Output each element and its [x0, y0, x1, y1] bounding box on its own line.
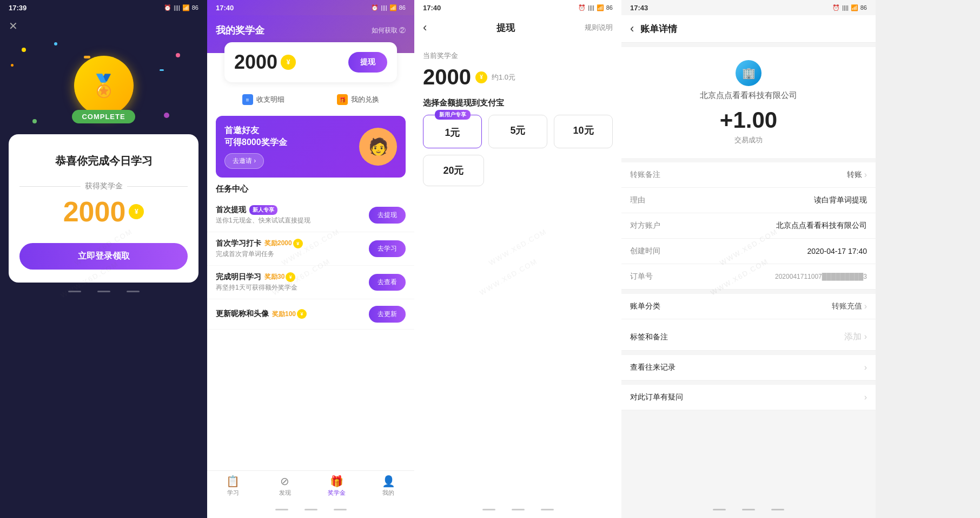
tab-exchange[interactable]: 🎁 我的兑换: [311, 90, 406, 109]
history-label: 查看往来记录: [630, 363, 676, 372]
scholarship-title: 我的奖学金: [216, 24, 264, 37]
bottom-menu-btn2: [275, 509, 288, 510]
confetti-dot: [164, 113, 169, 118]
rules-link[interactable]: 规则说明: [585, 23, 613, 32]
exchange-icon: 🎁: [337, 94, 348, 105]
tab-income[interactable]: ≡ 收支明细: [216, 90, 311, 109]
back-button[interactable]: ‹: [423, 21, 427, 35]
task0-btn[interactable]: 去提现: [369, 207, 406, 224]
section-billing-category[interactable]: 账单分类 转账充值 ›: [621, 294, 876, 319]
detail-value-4: 2020041711007█████████3: [775, 273, 867, 280]
bottom-back-btn3: [541, 509, 554, 510]
confetti-dot: [54, 42, 57, 45]
detail-row-2: 对方账户 北京点点看看科技有限公司: [621, 213, 876, 239]
phone4-container: 17:43 ⏰ |||| 📶 86 ‹ 账单详情 🏢 北京点点看看科技有限公司 …: [621, 0, 876, 518]
detail-list: 转账备注 转账 › 理由 读白背单词提现 对方账户 北京点点看看科技有限公司 创…: [621, 162, 876, 290]
nav-discover-label: 发现: [279, 489, 291, 497]
task2-name: 完成明日学习: [216, 272, 261, 282]
nav-discover-icon: ⊘: [280, 475, 289, 488]
phone1-time: 17:39: [9, 4, 27, 12]
task-item-2: 完成明日学习 奖励30 ¥ 再坚持1天可获得额外奖学金 去查看: [207, 266, 414, 299]
amount-card-5[interactable]: 5元: [488, 115, 547, 148]
nav-mine[interactable]: 👤 我的: [362, 475, 414, 497]
detail-label-2: 对方账户: [630, 221, 660, 231]
invite-btn[interactable]: 去邀请 ›: [224, 153, 264, 169]
invite-character: 🧑: [359, 128, 397, 166]
nav-scholarship[interactable]: 🎁 奖学金: [311, 475, 363, 497]
nav-scholarship-icon: 🎁: [330, 475, 343, 488]
balance-amount: 2000: [234, 51, 277, 74]
new-user-tag: 新用户专享: [435, 110, 471, 120]
balance-box: 2000 ¥ 提现: [224, 42, 397, 82]
invite-title-line1: 首邀好友: [224, 124, 287, 136]
detail-label-1: 理由: [630, 195, 645, 205]
detail-value-0: 转账 ›: [847, 170, 867, 180]
task2-desc: 再坚持1天可获得额外奖学金: [216, 283, 297, 292]
bottom-nav: 📋 学习 ⊘ 发现 🎁 奖学金 👤 我的: [207, 470, 414, 501]
tab-row: ≡ 收支明细 🎁 我的兑换: [216, 90, 406, 109]
phone3-page-title: 提现: [496, 22, 515, 34]
phone4-status-bar: 17:43 ⏰ |||| 📶 86: [621, 0, 876, 15]
bottom-home-btn2: [304, 509, 317, 510]
phone4-page-title: 账单详情: [640, 23, 677, 35]
confetti-dot: [11, 64, 14, 67]
phone2-container: 17:40 ⏰ |||| 📶 86 我的奖学金 如何获取 ② 2000 ¥ 提现: [207, 0, 414, 518]
task-item-0: 首次提现 新人专享 送你1元现金、快来试试直接提现 去提现: [207, 199, 414, 232]
nav-discover[interactable]: ⊘ 发现: [259, 475, 311, 497]
detail-row-4: 订单号 2020041711007█████████3: [621, 264, 876, 290]
how-to-get[interactable]: 如何获取 ②: [372, 26, 406, 35]
complete-badge: COMPLETE: [72, 110, 135, 123]
phone2-time: 17:40: [216, 4, 234, 12]
task3-btn[interactable]: 去更新: [369, 306, 406, 323]
login-btn[interactable]: 立即登录领取: [19, 243, 188, 270]
nav-mine-icon: 👤: [382, 475, 395, 488]
dispute-chevron: ›: [864, 392, 867, 402]
section-tags[interactable]: 标签和备注 添加 ›: [621, 324, 876, 351]
amount-1: 1元: [445, 127, 460, 138]
medal-area: 🏅 COMPLETE: [74, 56, 134, 115]
task2-btn[interactable]: 去查看: [369, 274, 406, 291]
tags-chevron: 添加 ›: [844, 331, 867, 343]
confetti-dot: [32, 119, 37, 123]
withdraw-button[interactable]: 提现: [348, 52, 387, 73]
phone2-scroll[interactable]: 我的奖学金 如何获取 ② 2000 ¥ 提现 ≡ 收支明细 🎁 我的兑换: [207, 15, 414, 470]
company-logo: 🏢: [736, 60, 762, 86]
company-name: 北京点点看看科技有限公司: [700, 90, 797, 101]
medal-circle: 🏅 COMPLETE: [74, 56, 134, 115]
tab1-label: 收支明细: [256, 95, 284, 104]
bottom-menu-btn4: [713, 509, 726, 510]
bottom-back-btn: [127, 291, 140, 292]
detail-label-0: 转账备注: [630, 170, 660, 180]
phone1-status-bar: 17:39 ⏰ |||| 📶 86: [0, 0, 207, 15]
history-chevron: ›: [864, 363, 867, 372]
phone3-time: 17:40: [423, 4, 441, 12]
reward-label: 获得奖学金: [19, 181, 188, 191]
bottom-home-btn3: [512, 509, 525, 510]
task1-reward: 奖励2000 ¥: [264, 239, 303, 248]
close-button[interactable]: ✕: [9, 19, 18, 32]
phone3-container: 17:40 ⏰ |||| 📶 86 ‹ 提现 规则说明 当前奖学金 2000 ¥…: [414, 0, 621, 518]
withdraw-section: 当前奖学金 2000 ¥ 约1.0元 选择金额提现到支付宝 新用户专享 1元 5…: [414, 40, 621, 197]
phone4-header: ‹ 账单详情: [621, 15, 876, 43]
detail-value-3: 2020-04-17 17:40: [807, 247, 867, 255]
detail-row-3: 创建时间 2020-04-17 17:40: [621, 239, 876, 264]
bottom-home-btn: [97, 291, 110, 292]
reward-amount: 2000 ¥: [19, 195, 188, 228]
amount-5: 5元: [510, 125, 525, 136]
nav-mine-label: 我的: [382, 489, 394, 497]
confetti-area: 🏅 COMPLETE: [0, 37, 207, 134]
phone4-back-button[interactable]: ‹: [630, 22, 634, 36]
nav-study[interactable]: 📋 学习: [207, 475, 259, 497]
task1-btn[interactable]: 去学习: [369, 240, 406, 257]
phone4-scroll[interactable]: 🏢 北京点点看看科技有限公司 +1.00 交易成功 转账备注 转账 › 理由 读…: [621, 43, 876, 501]
invite-banner[interactable]: 首邀好友 可得8000奖学金 去邀请 › 🧑: [216, 116, 406, 178]
section-history[interactable]: 查看往来记录 ›: [621, 355, 876, 381]
amount-card-10[interactable]: 10元: [554, 115, 613, 148]
task-item-3: 更新昵称和头像 奖励100 ¥ 去更新: [207, 299, 414, 330]
amount-card-1[interactable]: 新用户专享 1元: [423, 115, 482, 148]
section-dispute[interactable]: 对此订单有疑问 ›: [621, 385, 876, 410]
phone3-scroll[interactable]: 当前奖学金 2000 ¥ 约1.0元 选择金额提现到支付宝 新用户专享 1元 5…: [414, 40, 621, 501]
confetti-dot: [176, 53, 180, 57]
detail-row-0: 转账备注 转账 ›: [621, 162, 876, 188]
amount-card-20[interactable]: 20元: [423, 155, 484, 186]
